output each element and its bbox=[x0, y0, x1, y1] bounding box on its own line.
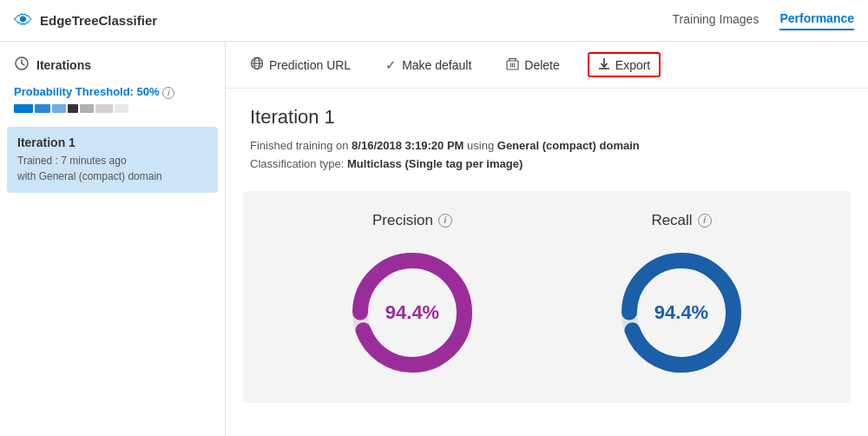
bar-segment-7 bbox=[115, 104, 128, 113]
make-default-button[interactable]: ✓ Make default bbox=[378, 54, 478, 76]
top-nav-links: Training Images Performance bbox=[673, 11, 854, 30]
precision-value: 94.4% bbox=[385, 301, 439, 324]
top-nav: 👁 EdgeTreeClassifier Training Images Per… bbox=[0, 0, 868, 42]
recall-info-icon[interactable]: i bbox=[698, 214, 712, 228]
app-title: EdgeTreeClassifier bbox=[40, 13, 157, 28]
recall-donut: 94.4% bbox=[612, 243, 751, 382]
desc-mid: using bbox=[464, 139, 496, 152]
recall-value: 94.4% bbox=[654, 301, 708, 324]
iteration-item-title: Iteration 1 bbox=[17, 135, 207, 149]
iteration-item-sub1: Trained : 7 minutes ago bbox=[17, 153, 207, 168]
prediction-url-label: Prediction URL bbox=[269, 58, 351, 72]
bar-segment-4 bbox=[68, 104, 78, 113]
delete-label: Delete bbox=[524, 58, 559, 72]
iterations-label: Iterations bbox=[36, 58, 91, 72]
recall-label: Recall i bbox=[651, 212, 711, 229]
bar-segment-3 bbox=[52, 104, 66, 113]
content-area: Prediction URL ✓ Make default bbox=[226, 42, 868, 436]
threshold-info-icon[interactable]: i bbox=[162, 87, 174, 99]
desc-prefix-2: Classification type: bbox=[250, 157, 347, 170]
metrics-area: Precision i 94.4% bbox=[243, 191, 851, 403]
bar-segment-6 bbox=[95, 104, 113, 113]
sidebar: Iterations Probability Threshold: 50% i … bbox=[0, 42, 226, 436]
sidebar-section-title: Iterations bbox=[0, 56, 225, 85]
delete-button[interactable]: Delete bbox=[499, 54, 566, 76]
precision-donut: 94.4% bbox=[343, 243, 482, 382]
nav-performance[interactable]: Performance bbox=[779, 11, 854, 30]
nav-training-images[interactable]: Training Images bbox=[673, 12, 760, 30]
iterations-icon bbox=[14, 56, 30, 75]
iteration-desc: Finished training on 8/16/2018 3:19:20 P… bbox=[250, 137, 844, 174]
delete-icon bbox=[506, 57, 519, 73]
iteration-header: Iteration 1 Finished training on 8/16/20… bbox=[226, 89, 868, 181]
iteration-title: Iteration 1 bbox=[250, 106, 844, 129]
desc-prefix-1: Finished training on bbox=[250, 139, 352, 152]
export-icon bbox=[598, 57, 610, 72]
desc-date: 8/16/2018 3:19:20 PM bbox=[352, 139, 464, 152]
make-default-label: Make default bbox=[402, 58, 471, 72]
threshold-bar bbox=[14, 104, 211, 113]
bar-segment-2 bbox=[35, 104, 50, 113]
desc-type: Multiclass (Single tag per image) bbox=[347, 157, 523, 170]
toolbar: Prediction URL ✓ Make default bbox=[226, 42, 868, 89]
desc-domain: General (compact) domain bbox=[497, 139, 640, 152]
export-button[interactable]: Export bbox=[588, 52, 661, 77]
app-logo-area: 👁 EdgeTreeClassifier bbox=[14, 10, 673, 32]
precision-label: Precision i bbox=[372, 212, 452, 229]
eye-icon: 👁 bbox=[14, 10, 33, 32]
bar-segment-1 bbox=[14, 104, 33, 113]
prediction-url-icon bbox=[250, 56, 264, 73]
precision-card: Precision i 94.4% bbox=[343, 212, 482, 382]
precision-info-icon[interactable]: i bbox=[438, 214, 452, 228]
main-layout: Iterations Probability Threshold: 50% i … bbox=[0, 42, 868, 436]
prediction-url-button[interactable]: Prediction URL bbox=[243, 53, 358, 76]
threshold-label: Probability Threshold: 50% i bbox=[14, 85, 211, 99]
bar-segment-5 bbox=[80, 104, 94, 113]
recall-card: Recall i 94.4% bbox=[612, 212, 751, 382]
iteration-item-sub2: with General (compact) domain bbox=[17, 168, 207, 184]
iteration-item-1[interactable]: Iteration 1 Trained : 7 minutes ago with… bbox=[7, 127, 218, 193]
make-default-icon: ✓ bbox=[385, 57, 397, 73]
threshold-row: Probability Threshold: 50% i bbox=[0, 85, 225, 120]
export-label: Export bbox=[615, 58, 650, 72]
